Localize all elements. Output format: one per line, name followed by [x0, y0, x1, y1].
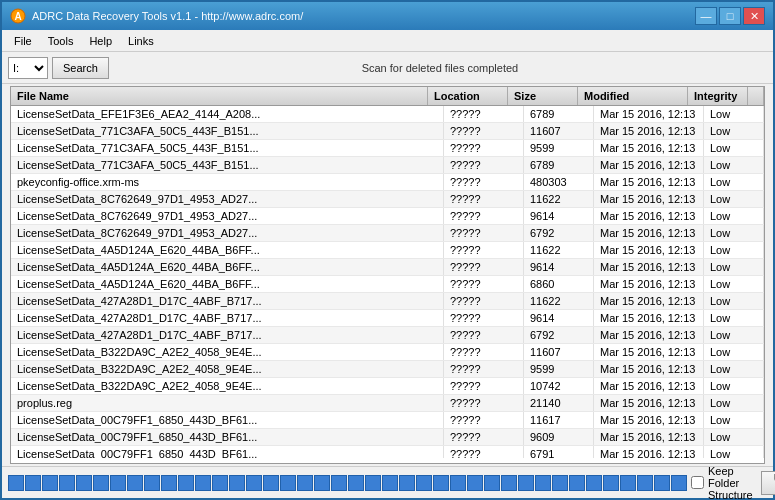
- cell-2: 6789: [524, 157, 594, 173]
- cell-4: Low: [704, 361, 764, 377]
- progress-block: [127, 475, 143, 491]
- table-row[interactable]: LicenseSetData_8C762649_97D1_4953_AD27..…: [11, 191, 764, 208]
- drive-select[interactable]: I: C: D:: [8, 57, 48, 79]
- table-row[interactable]: LicenseSetData_4A5D124A_E620_44BA_B6FF..…: [11, 276, 764, 293]
- menu-tools[interactable]: Tools: [40, 33, 82, 49]
- cell-3: Mar 15 2016, 12:13: [594, 276, 704, 292]
- table-row[interactable]: LicenseSetData_427A28D1_D17C_4ABF_B717..…: [11, 327, 764, 344]
- table-row[interactable]: LicenseSetData_771C3AFA_50C5_443F_B151..…: [11, 123, 764, 140]
- keep-folder-checkbox[interactable]: [691, 476, 704, 489]
- col-location: Location: [428, 87, 508, 105]
- cell-4: Low: [704, 378, 764, 394]
- cell-4: Low: [704, 344, 764, 360]
- cell-1: ?????: [444, 140, 524, 156]
- progress-block: [382, 475, 398, 491]
- cell-1: ?????: [444, 361, 524, 377]
- cell-3: Mar 15 2016, 12:13: [594, 208, 704, 224]
- table-row[interactable]: LicenseSetData_B322DA9C_A2E2_4058_9E4E..…: [11, 344, 764, 361]
- table-row[interactable]: LicenseSetData_427A28D1_D17C_4ABF_B717..…: [11, 293, 764, 310]
- cell-2: 10742: [524, 378, 594, 394]
- cell-3: Mar 15 2016, 12:13: [594, 378, 704, 394]
- table-row[interactable]: LicenseSetData_771C3AFA_50C5_443F_B151..…: [11, 157, 764, 174]
- cell-4: Low: [704, 395, 764, 411]
- cell-1: ?????: [444, 157, 524, 173]
- table-row[interactable]: LicenseSetData_00C79FF1_6850_443D_BF61..…: [11, 429, 764, 446]
- cell-2: 9609: [524, 429, 594, 445]
- col-modified: Modified: [578, 87, 688, 105]
- keep-folder-area[interactable]: Keep Folder Structure: [691, 465, 753, 501]
- table-header: File Name Location Size Modified Integri…: [11, 87, 764, 106]
- cell-2: 480303: [524, 174, 594, 190]
- cell-1: ?????: [444, 191, 524, 207]
- menu-help[interactable]: Help: [81, 33, 120, 49]
- table-row[interactable]: LicenseSetData_4A5D124A_E620_44BA_B6FF..…: [11, 242, 764, 259]
- cell-2: 11622: [524, 293, 594, 309]
- cell-3: Mar 15 2016, 12:13: [594, 225, 704, 241]
- progress-block: [484, 475, 500, 491]
- table-row[interactable]: LicenseSetData_00C79FF1_6850_443D_BF61..…: [11, 446, 764, 458]
- cell-3: Mar 15 2016, 12:13: [594, 361, 704, 377]
- cell-1: ?????: [444, 225, 524, 241]
- progress-block: [263, 475, 279, 491]
- cell-4: Low: [704, 446, 764, 458]
- progress-block: [433, 475, 449, 491]
- svg-text:A: A: [14, 11, 21, 22]
- search-button[interactable]: Search: [52, 57, 109, 79]
- menu-links[interactable]: Links: [120, 33, 162, 49]
- cell-1: ?????: [444, 174, 524, 190]
- progress-block: [637, 475, 653, 491]
- cell-1: ?????: [444, 106, 524, 122]
- cell-0: proplus.reg: [11, 395, 444, 411]
- table-row[interactable]: LicenseSetData_8C762649_97D1_4953_AD27..…: [11, 225, 764, 242]
- progress-blocks: [8, 475, 687, 491]
- table-row[interactable]: LicenseSetData_B322DA9C_A2E2_4058_9E4E..…: [11, 361, 764, 378]
- cell-1: ?????: [444, 123, 524, 139]
- cell-3: Mar 15 2016, 12:13: [594, 293, 704, 309]
- table-row[interactable]: LicenseSetData_B322DA9C_A2E2_4058_9E4E..…: [11, 378, 764, 395]
- cell-4: Low: [704, 208, 764, 224]
- cell-0: LicenseSetData_B322DA9C_A2E2_4058_9E4E..…: [11, 378, 444, 394]
- table-body[interactable]: LicenseSetData_EFE1F3E6_AEA2_4144_A208..…: [11, 106, 764, 458]
- progress-block: [331, 475, 347, 491]
- cell-1: ?????: [444, 429, 524, 445]
- cell-0: pkeyconfig-office.xrm-ms: [11, 174, 444, 190]
- cell-1: ?????: [444, 276, 524, 292]
- cell-1: ?????: [444, 378, 524, 394]
- table-row[interactable]: LicenseSetData_771C3AFA_50C5_443F_B151..…: [11, 140, 764, 157]
- table-row[interactable]: LicenseSetData_427A28D1_D17C_4ABF_B717..…: [11, 310, 764, 327]
- maximize-button[interactable]: □: [719, 7, 741, 25]
- cell-4: Low: [704, 242, 764, 258]
- cell-3: Mar 15 2016, 12:13: [594, 242, 704, 258]
- toolbar: I: C: D: Search Scan for deleted files c…: [2, 52, 773, 84]
- progress-block: [110, 475, 126, 491]
- progress-block: [467, 475, 483, 491]
- progress-block: [569, 475, 585, 491]
- minimize-button[interactable]: —: [695, 7, 717, 25]
- table-row[interactable]: pkeyconfig-office.xrm-ms?????480303Mar 1…: [11, 174, 764, 191]
- progress-block: [620, 475, 636, 491]
- progress-block: [535, 475, 551, 491]
- cell-2: 9614: [524, 208, 594, 224]
- cell-4: Low: [704, 259, 764, 275]
- cell-0: LicenseSetData_EFE1F3E6_AEA2_4144_A208..…: [11, 106, 444, 122]
- cell-0: LicenseSetData_427A28D1_D17C_4ABF_B717..…: [11, 310, 444, 326]
- cell-1: ?????: [444, 446, 524, 458]
- table-row[interactable]: LicenseSetData_00C79FF1_6850_443D_BF61..…: [11, 412, 764, 429]
- cell-0: LicenseSetData_427A28D1_D17C_4ABF_B717..…: [11, 293, 444, 309]
- progress-block: [297, 475, 313, 491]
- menu-file[interactable]: File: [6, 33, 40, 49]
- table-row[interactable]: LicenseSetData_8C762649_97D1_4953_AD27..…: [11, 208, 764, 225]
- bottom-right: Keep Folder Structure Undelete Files: [691, 465, 775, 501]
- progress-block: [76, 475, 92, 491]
- cell-1: ?????: [444, 327, 524, 343]
- cell-3: Mar 15 2016, 12:13: [594, 429, 704, 445]
- table-row[interactable]: proplus.reg?????21140Mar 15 2016, 12:13L…: [11, 395, 764, 412]
- undelete-button[interactable]: Undelete Files: [761, 471, 775, 495]
- progress-block: [280, 475, 296, 491]
- cell-0: LicenseSetData_427A28D1_D17C_4ABF_B717..…: [11, 327, 444, 343]
- close-button[interactable]: ✕: [743, 7, 765, 25]
- table-row[interactable]: LicenseSetData_4A5D124A_E620_44BA_B6FF..…: [11, 259, 764, 276]
- cell-2: 6860: [524, 276, 594, 292]
- keep-folder-label: Keep Folder Structure: [708, 465, 753, 501]
- table-row[interactable]: LicenseSetData_EFE1F3E6_AEA2_4144_A208..…: [11, 106, 764, 123]
